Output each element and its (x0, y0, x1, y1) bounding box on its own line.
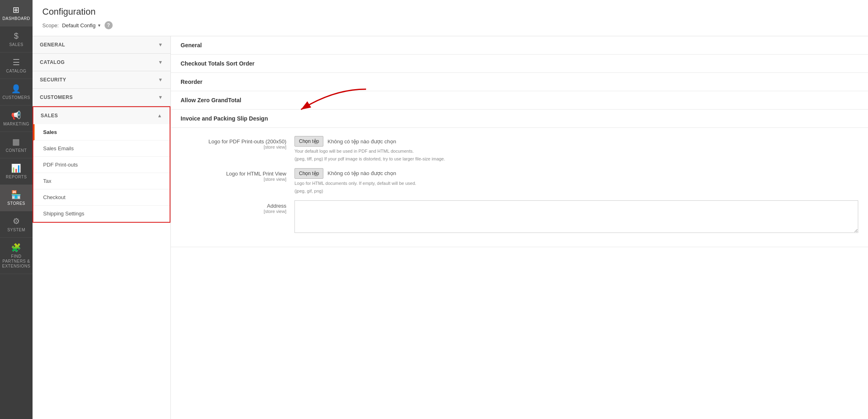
sub-item-label: Tax (43, 178, 51, 184)
scope-bar: Scope: Default Config ▼ ? (42, 21, 858, 29)
sidebar-item-reports[interactable]: 📊 REPORTS (0, 158, 33, 185)
accordion-sub-item-sales-emails[interactable]: Sales Emails (33, 140, 170, 157)
sidebar-item-customers[interactable]: 👤 CUSTOMERS (0, 79, 33, 105)
hint-pdf-1: Your default logo will be used in PDF an… (294, 148, 858, 154)
sidebar-item-find-partners[interactable]: 🧩 FIND PARTNERS & EXTENSIONS (0, 238, 33, 274)
chevron-right-icon: ▼ (158, 59, 163, 65)
accordion-label-general: GENERAL (40, 42, 65, 48)
chevron-up-icon: ▲ (157, 113, 162, 118)
accordion-content-sales: Sales Sales Emails PDF Print-outs Tax Ch… (33, 124, 170, 222)
accordion-sales: SALES ▲ Sales Sales Emails PDF Print-out… (33, 106, 170, 223)
no-file-text-pdf: Không có tệp nào được chọn (327, 138, 396, 145)
dashboard-icon: ⊞ (13, 5, 20, 15)
help-label: ? (107, 22, 110, 28)
section-label: Checkout Totals Sort Order (181, 60, 255, 67)
accordion-header-customers[interactable]: CUSTOMERS ▼ (33, 89, 170, 106)
accordion-label-catalog: CATALOG (40, 59, 65, 65)
scope-label: Scope: (42, 22, 59, 29)
accordion-header-sales[interactable]: SALES ▲ (33, 107, 170, 124)
sidebar-item-label: CATALOG (6, 69, 26, 74)
chevron-right-icon: ▼ (158, 94, 163, 100)
sales-icon: $ (14, 31, 19, 41)
hint-html-1: Logo for HTML documents only. If empty, … (294, 180, 858, 186)
sidebar-item-marketing[interactable]: 📢 MARKETING (0, 105, 33, 132)
extensions-icon: 🧩 (11, 243, 22, 252)
hint-pdf-2: (jpeg, tiff, png) If your pdf image is d… (294, 156, 858, 162)
sidebar: ⊞ DASHBOARD $ SALES ☰ CATALOG 👤 CUSTOMER… (0, 0, 33, 419)
sub-item-label: Sales Emails (43, 145, 74, 151)
marketing-icon: 📢 (11, 110, 22, 120)
address-control (294, 200, 858, 233)
sidebar-item-stores[interactable]: 🏪 STORES (0, 185, 33, 211)
accordion-header-catalog[interactable]: CATALOG ▼ (33, 54, 170, 71)
accordion-sub-item-shipping-settings[interactable]: Shipping Settings (33, 206, 170, 222)
file-upload-row-pdf: Chọn tệp Không có tệp nào được chọn (294, 136, 858, 147)
content-icon: ▦ (12, 137, 20, 147)
customers-icon: 👤 (11, 84, 22, 94)
logo-pdf-control: Chọn tệp Không có tệp nào được chọn Your… (294, 136, 858, 162)
right-panel: General Checkout Totals Sort Order Reord… (171, 36, 868, 419)
sub-item-label: PDF Print-outs (43, 162, 78, 168)
sidebar-item-catalog[interactable]: ☰ CATALOG (0, 53, 33, 79)
sidebar-item-dashboard[interactable]: ⊞ DASHBOARD (0, 0, 33, 26)
accordion-label-security: SECURITY (40, 77, 66, 83)
config-section-reorder[interactable]: Reorder (171, 73, 868, 91)
form-row-logo-html: Logo for HTML Print View [store view] Ch… (181, 168, 858, 195)
accordion-sub-item-pdf-printouts[interactable]: PDF Print-outs (33, 157, 170, 173)
section-label: Reorder (181, 79, 203, 85)
invoice-section-content: Logo for PDF Print-outs (200x50) [store … (171, 128, 868, 247)
logo-html-control: Chọn tệp Không có tệp nào được chọn Logo… (294, 168, 858, 195)
page-header: Configuration Scope: Default Config ▼ ? (33, 0, 868, 36)
config-section-invoice[interactable]: Invoice and Packing Slip Design (171, 110, 868, 128)
scope-select-dropdown[interactable]: Default Config ▼ (62, 22, 101, 29)
chevron-right-icon: ▼ (158, 42, 163, 48)
help-icon[interactable]: ? (105, 21, 113, 29)
form-label-address: Address [store view] (181, 200, 294, 214)
choose-file-btn-pdf[interactable]: Chọn tệp (294, 136, 323, 147)
sidebar-item-label: FIND PARTNERS & EXTENSIONS (2, 254, 31, 269)
left-panel: GENERAL ▼ CATALOG ▼ SECURITY ▼ (33, 36, 171, 419)
config-section-general[interactable]: General (171, 36, 868, 55)
accordion-customers: CUSTOMERS ▼ (33, 89, 170, 106)
section-label: Allow Zero GrandTotal (181, 97, 241, 103)
sidebar-item-sales[interactable]: $ SALES (0, 26, 33, 53)
sidebar-item-content[interactable]: ▦ CONTENT (0, 132, 33, 158)
sidebar-item-system[interactable]: ⚙ SYSTEM (0, 211, 33, 238)
form-row-address: Address [store view] (181, 200, 858, 233)
sidebar-item-label: SALES (9, 42, 24, 47)
accordion-label-sales: SALES (41, 113, 58, 118)
reports-icon: 📊 (11, 163, 22, 173)
chevron-down-icon: ▼ (97, 23, 101, 28)
catalog-icon: ☰ (13, 57, 20, 67)
content-area: GENERAL ▼ CATALOG ▼ SECURITY ▼ (33, 36, 868, 419)
sidebar-item-label: DASHBOARD (2, 16, 30, 21)
hint-html-2: (jpeg, gif, png) (294, 188, 858, 194)
sidebar-item-label: CONTENT (6, 148, 27, 153)
no-file-text-html: Không có tệp nào được chọn (327, 170, 396, 176)
accordion-sub-item-checkout[interactable]: Checkout (33, 189, 170, 206)
config-section-checkout-totals[interactable]: Checkout Totals Sort Order (171, 55, 868, 73)
accordion-sub-item-sales[interactable]: Sales (33, 124, 170, 140)
accordion-header-general[interactable]: GENERAL ▼ (33, 36, 170, 53)
main-area: Configuration Scope: Default Config ▼ ? … (33, 0, 868, 419)
sub-item-label: Shipping Settings (43, 211, 84, 217)
section-label: General (181, 42, 202, 48)
scope-value: Default Config (62, 22, 95, 29)
choose-file-btn-html[interactable]: Chọn tệp (294, 168, 323, 179)
section-label: Invoice and Packing Slip Design (181, 115, 268, 122)
accordion-sub-item-tax[interactable]: Tax (33, 173, 170, 189)
form-label-logo-pdf: Logo for PDF Print-outs (200x50) [store … (181, 136, 294, 149)
config-section-allow-zero[interactable]: Allow Zero GrandTotal (171, 91, 868, 110)
sidebar-item-label: CUSTOMERS (2, 95, 30, 100)
accordion-header-security[interactable]: SECURITY ▼ (33, 71, 170, 88)
page-title: Configuration (42, 7, 858, 17)
stores-icon: 🏪 (11, 190, 22, 200)
accordion-label-customers: CUSTOMERS (40, 94, 73, 100)
form-label-logo-html: Logo for HTML Print View [store view] (181, 168, 294, 182)
accordion-catalog: CATALOG ▼ (33, 54, 170, 71)
system-icon: ⚙ (13, 216, 20, 226)
chevron-right-icon: ▼ (158, 77, 163, 83)
sidebar-item-label: STORES (7, 201, 25, 206)
form-row-logo-pdf: Logo for PDF Print-outs (200x50) [store … (181, 136, 858, 162)
address-textarea[interactable] (294, 200, 858, 233)
